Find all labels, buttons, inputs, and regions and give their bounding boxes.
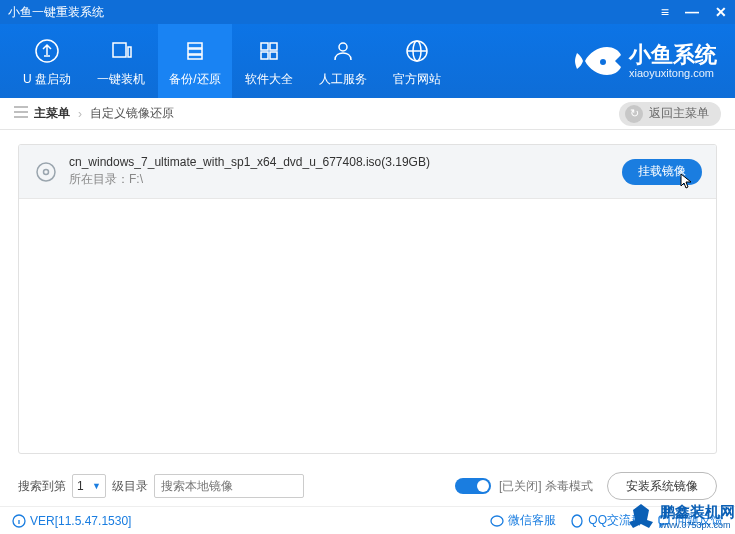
nav-label: 软件大全	[245, 71, 293, 88]
nav-software[interactable]: 软件大全	[232, 24, 306, 98]
disc-icon	[33, 159, 59, 185]
svg-point-14	[44, 169, 49, 174]
page-value: 1	[77, 479, 84, 493]
svg-rect-1	[113, 43, 126, 57]
install-system-image-button[interactable]: 安装系统镜像	[607, 472, 717, 500]
wechat-support-link[interactable]: 微信客服	[490, 512, 556, 529]
antivirus-label: [已关闭] 杀毒模式	[499, 478, 593, 495]
return-main-button[interactable]: ↻ 返回主菜单	[619, 102, 721, 126]
iso-row: cn_windows_7_ultimate_with_sp1_x64_dvd_u…	[19, 145, 716, 199]
nav-label: 人工服务	[319, 71, 367, 88]
svg-rect-18	[659, 516, 669, 524]
svg-rect-7	[270, 43, 277, 50]
nav-backup-restore[interactable]: 备份/还原	[158, 24, 232, 98]
antivirus-switch[interactable]	[455, 478, 491, 494]
header: U 盘启动 一键装机 备份/还原 软件大全 人工服务	[0, 24, 735, 98]
chat-icon	[657, 514, 671, 528]
nav: U 盘启动 一键装机 备份/还原 软件大全 人工服务	[10, 24, 454, 98]
grid-icon	[255, 35, 283, 67]
link-label: 微信客服	[508, 512, 556, 529]
svg-rect-8	[261, 52, 268, 59]
page-unit-label: 级目录	[112, 478, 148, 495]
wechat-icon	[490, 514, 504, 528]
svg-point-17	[572, 515, 582, 527]
brand-url: xiaoyuxitong.com	[629, 67, 717, 79]
pc-icon	[107, 35, 135, 67]
brand: 小鱼系统 xiaoyuxitong.com	[573, 43, 717, 79]
svg-rect-6	[261, 43, 268, 50]
status-bar: VER[11.5.47.1530] 微信客服 QQ交流群 问题反馈	[0, 506, 735, 534]
crumb-current: 自定义镜像还原	[90, 105, 174, 122]
back-arrow-icon: ↻	[625, 105, 643, 123]
fish-logo-icon	[573, 43, 621, 79]
close-icon[interactable]: ✕	[715, 4, 727, 20]
chevron-right-icon: ›	[78, 107, 82, 121]
page-level-select[interactable]: 1 ▼	[72, 474, 106, 498]
brand-name: 小鱼系统	[629, 43, 717, 67]
mount-image-button[interactable]: 挂载镜像	[622, 159, 702, 185]
feedback-link[interactable]: 问题反馈	[657, 512, 723, 529]
mount-label: 挂载镜像	[638, 164, 686, 178]
menu-icon[interactable]: ≡	[661, 4, 669, 20]
info-icon	[12, 514, 26, 528]
window-controls: ≡ — ✕	[661, 4, 727, 20]
qq-group-link[interactable]: QQ交流群	[570, 512, 643, 529]
search-to-label: 搜索到第	[18, 478, 66, 495]
nav-label: U 盘启动	[23, 71, 71, 88]
nav-label: 官方网站	[393, 71, 441, 88]
svg-rect-4	[188, 49, 202, 54]
person-icon	[329, 35, 357, 67]
version-text: VER[11.5.47.1530]	[30, 514, 131, 528]
nav-website[interactable]: 官方网站	[380, 24, 454, 98]
usb-icon	[33, 35, 61, 67]
link-label: 问题反馈	[675, 512, 723, 529]
iso-filename: cn_windows_7_ultimate_with_sp1_x64_dvd_u…	[69, 155, 622, 169]
iso-panel: cn_windows_7_ultimate_with_sp1_x64_dvd_u…	[18, 144, 717, 454]
svg-point-13	[37, 163, 55, 181]
svg-point-10	[339, 43, 347, 51]
svg-rect-2	[128, 47, 131, 57]
breadcrumb: 主菜单 › 自定义镜像还原 ↻ 返回主菜单	[0, 98, 735, 130]
nav-usb-boot[interactable]: U 盘启动	[10, 24, 84, 98]
titlebar: 小鱼一键重装系统 ≡ — ✕	[0, 0, 735, 24]
chevron-down-icon: ▼	[92, 481, 101, 491]
footer-controls: 搜索到第 1 ▼ 级目录 [已关闭] 杀毒模式 安装系统镜像	[0, 466, 735, 506]
qq-icon	[570, 514, 584, 528]
nav-label: 一键装机	[97, 71, 145, 88]
status-links: 微信客服 QQ交流群 问题反馈	[490, 512, 723, 529]
list-icon	[14, 106, 28, 121]
svg-rect-5	[188, 55, 202, 59]
nav-label: 备份/还原	[169, 71, 220, 88]
return-label: 返回主菜单	[649, 105, 709, 122]
svg-point-16	[491, 516, 503, 526]
nav-one-click[interactable]: 一键装机	[84, 24, 158, 98]
svg-rect-9	[270, 52, 277, 59]
search-local-image-input[interactable]	[154, 474, 304, 498]
window-title: 小鱼一键重装系统	[8, 4, 661, 21]
minimize-icon[interactable]: —	[685, 4, 699, 20]
version-info[interactable]: VER[11.5.47.1530]	[12, 514, 131, 528]
link-label: QQ交流群	[588, 512, 643, 529]
svg-rect-3	[188, 43, 202, 48]
nav-support[interactable]: 人工服务	[306, 24, 380, 98]
iso-path: 所在目录：F:\	[69, 171, 622, 188]
server-icon	[181, 35, 209, 67]
crumb-main[interactable]: 主菜单	[34, 105, 70, 122]
antivirus-toggle: [已关闭] 杀毒模式	[455, 478, 593, 495]
globe-icon	[403, 35, 431, 67]
content-area: cn_windows_7_ultimate_with_sp1_x64_dvd_u…	[0, 130, 735, 454]
